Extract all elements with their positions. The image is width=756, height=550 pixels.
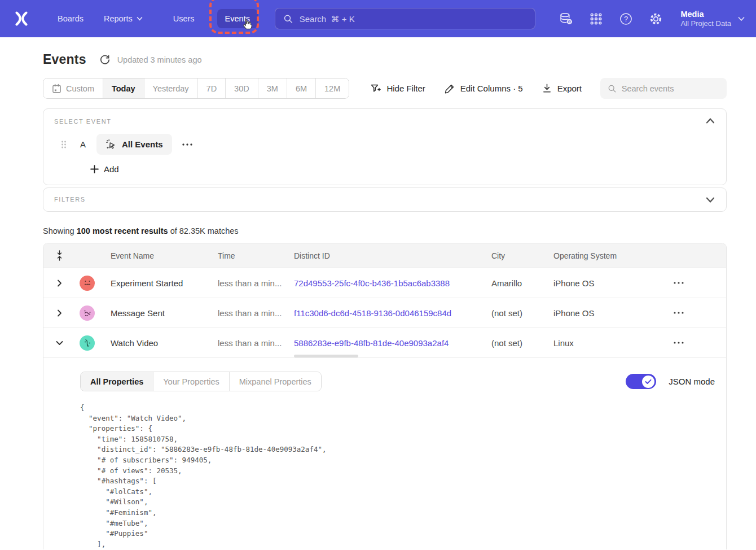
date-range-control: Custom Today Yesterday 7D 30D 3M 6M 12M (43, 78, 349, 99)
events-table: Event Name Time Distinct ID City Operati… (43, 243, 727, 549)
event-row-a: A All Events (60, 134, 726, 155)
city-cell: (not set) (481, 308, 543, 318)
title-row: Events Updated 3 minutes ago (43, 52, 727, 67)
tab-mixpanel-properties[interactable]: Mixpanel Properties (230, 372, 321, 391)
avatar-face (82, 338, 93, 348)
filters-card[interactable]: FILTERS (43, 187, 727, 212)
toolbar: Hide Filter Edit Columns · 5 Export (370, 78, 727, 99)
avatar-cell (75, 276, 100, 291)
date-12m-button[interactable]: 12M (316, 78, 349, 98)
event-more-menu[interactable] (181, 143, 194, 146)
nav-boards[interactable]: Boards (50, 9, 91, 28)
ellipsis-icon (673, 341, 684, 344)
event-json-content: { "event": "Watch Video", "properties": … (80, 403, 715, 549)
select-event-title: SELECT EVENT (43, 109, 726, 125)
chevron-right-icon (57, 309, 62, 317)
summary-bold: 100 most recent results (77, 226, 168, 235)
sort-column-button[interactable] (43, 250, 75, 261)
project-scope: All Project Data (680, 19, 731, 28)
distinct-id-link[interactable]: 5886283e-e9fb-48fb-81de-40e9093a2af4 (294, 338, 449, 348)
summary-prefix: Showing (43, 226, 77, 235)
date-30d-button[interactable]: 30D (226, 78, 258, 98)
header-time[interactable]: Time (207, 251, 283, 260)
page-title: Events (43, 52, 86, 67)
date-7d-button[interactable]: 7D (198, 78, 226, 98)
refresh-icon[interactable] (99, 54, 111, 66)
row-actions-menu[interactable] (653, 311, 726, 315)
os-cell: iPhone OS (543, 278, 653, 288)
header-city[interactable]: City (481, 251, 543, 260)
chevron-right-icon (57, 280, 62, 287)
event-cursor-sparkle-icon (106, 139, 117, 150)
data-management-icon[interactable] (559, 11, 573, 26)
date-yesterday-button[interactable]: Yesterday (144, 78, 198, 98)
project-name: Media (680, 9, 731, 19)
main-content: Events Updated 3 minutes ago Custom Toda… (0, 52, 756, 549)
search-events-field[interactable] (600, 78, 727, 99)
nav-reports-label: Reports (104, 14, 133, 23)
date-today-button[interactable]: Today (103, 78, 144, 98)
all-events-pill[interactable]: All Events (96, 134, 172, 155)
funnel-plus-icon (370, 83, 381, 94)
date-6m-button[interactable]: 6M (287, 78, 316, 98)
date-custom-button[interactable]: Custom (43, 78, 103, 98)
export-label: Export (557, 84, 582, 93)
tab-all-properties[interactable]: All Properties (81, 372, 153, 391)
settings-gear-icon[interactable] (648, 11, 663, 26)
add-event-button[interactable]: Add (90, 164, 726, 174)
hide-filter-button[interactable]: Hide Filter (370, 83, 425, 94)
distinct-id-link[interactable]: f11c30d6-dc6d-4518-9136-0d046159c84d (294, 308, 451, 318)
plus-icon (90, 165, 99, 173)
global-search[interactable] (275, 8, 535, 29)
calendar-icon (52, 84, 61, 94)
export-button[interactable]: Export (542, 83, 582, 94)
top-navbar: Boards Reports Users Events (0, 0, 756, 37)
drag-handle-icon[interactable] (60, 140, 67, 149)
all-events-label: All Events (122, 139, 163, 149)
project-selector[interactable]: Media All Project Data (680, 9, 745, 28)
chevron-down-icon (137, 16, 143, 21)
expand-row-button[interactable] (43, 309, 75, 317)
row-actions-menu[interactable] (653, 281, 726, 285)
distinct-id-link[interactable]: 72d49553-25fc-4f0c-b436-1b5ac6ab3388 (294, 278, 450, 288)
nav-events-wrap: Events (217, 9, 258, 28)
mixpanel-logo-icon[interactable] (12, 10, 30, 28)
avatar (80, 335, 95, 351)
tab-your-properties[interactable]: Your Properties (153, 372, 229, 391)
detail-toolbar: All Properties Your Properties Mixpanel … (80, 372, 715, 391)
nav-events[interactable]: Events (217, 9, 258, 28)
hide-filter-label: Hide Filter (386, 84, 425, 93)
expand-chevron-down-icon[interactable] (706, 195, 715, 204)
expand-row-button[interactable] (43, 280, 75, 287)
avatar (80, 305, 95, 321)
ellipsis-icon (673, 311, 684, 315)
json-mode-label: JSON mode (669, 377, 715, 386)
collapse-chevron-up-icon[interactable] (706, 116, 715, 125)
date-custom-label: Custom (66, 84, 94, 93)
collapse-row-button[interactable] (43, 341, 75, 346)
header-distinct-id[interactable]: Distinct ID (283, 251, 481, 260)
nav-users[interactable]: Users (165, 9, 203, 28)
date-3m-button[interactable]: 3M (258, 78, 287, 98)
download-icon (542, 83, 552, 94)
header-event-name[interactable]: Event Name (100, 251, 207, 260)
search-icon (283, 14, 293, 24)
table-row[interactable]: Message Sent less than a min... f11c30d6… (43, 298, 726, 328)
apps-grid-icon[interactable] (588, 11, 603, 26)
global-search-input[interactable] (300, 14, 527, 24)
json-mode-toggle[interactable] (626, 374, 656, 389)
distinct-id-cell: 5886283e-e9fb-48fb-81de-40e9093a2af4 (283, 338, 481, 348)
avatar-cell (75, 305, 100, 321)
row-actions-menu[interactable] (653, 341, 726, 344)
help-icon[interactable]: ? (618, 11, 633, 26)
table-row[interactable]: Experiment Started less than a min... 72… (43, 268, 726, 298)
search-events-input[interactable] (622, 84, 719, 93)
chevron-down-icon (56, 341, 63, 346)
time-column-scrollbar[interactable] (294, 355, 358, 357)
avatar-face (82, 278, 93, 288)
table-row-expanded[interactable]: Watch Video less than a min... 5886283e-… (43, 328, 726, 358)
header-os[interactable]: Operating System (543, 251, 653, 260)
avatar-face (82, 308, 93, 318)
nav-reports[interactable]: Reports (96, 9, 151, 28)
edit-columns-button[interactable]: Edit Columns · 5 (444, 83, 523, 94)
